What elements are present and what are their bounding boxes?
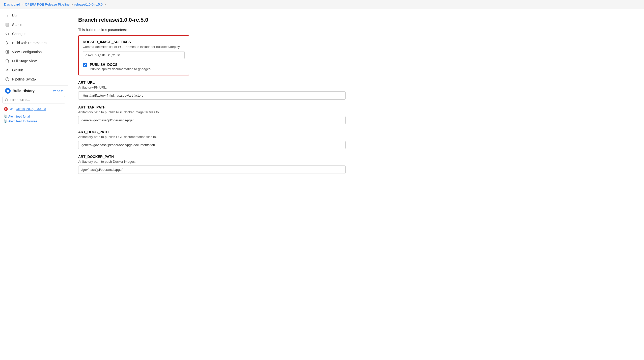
svg-rect-0 — [6, 23, 9, 26]
sidebar-item-changes[interactable]: Changes — [0, 29, 68, 38]
up-icon: ↑ — [5, 13, 10, 18]
art-docs-path-section: ART_DOCS_PATH Artifactory path to publis… — [78, 130, 634, 149]
build-status-error-icon — [4, 107, 8, 111]
checkbox-check-icon: ✓ — [84, 63, 86, 67]
trend-label: trend — [53, 89, 60, 93]
art-tar-path-desc: Artifactory path to publish PGE docker i… — [78, 110, 634, 114]
breadcrumb-sep-1: > — [22, 3, 23, 6]
breadcrumb-sep-3: > — [104, 3, 106, 6]
svg-point-5 — [6, 60, 9, 62]
publish-docs-desc: Publish sphinx documentation to ghpages — [90, 67, 151, 71]
sidebar: ↑ Up Status Changes Build with Parameter… — [0, 9, 68, 359]
sidebar-label-pipeline-syntax: Pipeline Syntax — [12, 77, 37, 81]
build-history-header: Build History trend — [0, 85, 68, 95]
sidebar-item-up[interactable]: ↑ Up — [0, 11, 68, 20]
art-url-name: ART_URL — [78, 80, 634, 85]
github-icon — [5, 68, 10, 72]
sidebar-item-build-with-params[interactable]: Build with Parameters — [0, 38, 68, 47]
sidebar-label-build-with-params: Build with Parameters — [12, 41, 46, 45]
sidebar-label-full-stage-view: Full Stage View — [12, 59, 37, 63]
sidebar-item-github[interactable]: GitHub — [0, 66, 68, 75]
breadcrumb-branch[interactable]: release/1.0.0-rc.5.0 — [74, 3, 103, 6]
docker-param-input[interactable] — [83, 51, 185, 59]
breadcrumb: Dashboard > OPERA PGE Release Pipeline >… — [0, 0, 644, 9]
config-icon — [5, 50, 10, 54]
art-url-desc: Artifactory-FN URL. — [78, 86, 634, 89]
docker-param-desc: Comma-delimited list of PGE names to inc… — [83, 45, 185, 49]
art-tar-path-input[interactable] — [78, 116, 346, 124]
art-url-section: ART_URL Artifactory-FN URL. — [78, 80, 634, 100]
build-date-link[interactable]: Oct 18, 2022, 9:30 PM — [16, 107, 46, 111]
art-docker-path-name: ART_DOCKER_PATH — [78, 155, 634, 159]
art-docker-path-desc: Artifactory path to push Docker images. — [78, 160, 634, 163]
art-docker-path-input[interactable] — [78, 165, 346, 174]
build-history-icon — [5, 88, 11, 94]
svg-marker-3 — [6, 41, 8, 44]
atom-feeds-section: 📡 Atom feed for all 📡 Atom feed for fail… — [0, 113, 68, 125]
svg-point-4 — [7, 51, 8, 52]
atom-feed-failures-link[interactable]: 📡 Atom feed for failures — [4, 119, 37, 123]
art-tar-path-name: ART_TAR_PATH — [78, 105, 634, 109]
sidebar-item-pipeline-syntax[interactable]: Pipeline Syntax — [0, 75, 68, 84]
build-requires-text: This build requires parameters: — [78, 28, 634, 32]
art-docker-path-section: ART_DOCKER_PATH Artifactory path to push… — [78, 155, 634, 174]
pipeline-syntax-icon — [5, 77, 10, 81]
full-stage-icon — [5, 59, 10, 63]
art-docs-path-desc: Artifactory path to publish PGE document… — [78, 135, 634, 139]
sidebar-label-github: GitHub — [12, 68, 23, 72]
svg-line-6 — [8, 62, 9, 63]
highlighted-params-box: DOCKER_IMAGE_SUFFIXES Comma-delimited li… — [78, 35, 189, 75]
breadcrumb-dashboard[interactable]: Dashboard — [4, 3, 20, 6]
art-docs-path-name: ART_DOCS_PATH — [78, 130, 634, 134]
build-item: #1 Oct 18, 2022, 9:30 PM — [0, 105, 68, 113]
trend-button[interactable]: trend — [53, 89, 63, 93]
publish-docs-param: ✓ PUBLISH_DOCS Publish sphinx documentat… — [83, 63, 185, 71]
sidebar-item-status[interactable]: Status — [0, 20, 68, 29]
sidebar-item-view-configuration[interactable]: View Configuration — [0, 47, 68, 57]
atom-all-icon: 📡 — [4, 115, 8, 118]
sidebar-label-changes: Changes — [12, 32, 26, 36]
atom-feed-all-label: Atom feed for all — [8, 115, 30, 118]
main-content: Branch release/1.0.0-rc.5.0 This build r… — [68, 9, 644, 359]
filter-builds-input[interactable] — [3, 96, 65, 103]
docker-image-suffixes-param: DOCKER_IMAGE_SUFFIXES Comma-delimited li… — [83, 40, 185, 59]
sidebar-label-view-configuration: View Configuration — [12, 50, 42, 54]
art-tar-path-section: ART_TAR_PATH Artifactory path to publish… — [78, 105, 634, 124]
sidebar-label-status: Status — [12, 23, 22, 27]
status-icon — [5, 22, 10, 27]
breadcrumb-sep-2: > — [71, 3, 73, 6]
build-number-link[interactable]: #1 — [10, 107, 14, 111]
atom-feed-failures-label: Atom feed for failures — [8, 120, 37, 123]
sidebar-label-up: Up — [12, 14, 17, 18]
breadcrumb-pipeline[interactable]: OPERA PGE Release Pipeline — [25, 3, 70, 6]
build-history-title: Build History — [13, 89, 51, 93]
art-docs-path-input[interactable] — [78, 141, 346, 149]
page-title: Branch release/1.0.0-rc.5.0 — [78, 17, 634, 23]
changes-icon — [5, 32, 10, 36]
trend-chevron-icon — [61, 89, 63, 93]
svg-point-7 — [7, 69, 8, 71]
publish-docs-name: PUBLISH_DOCS — [90, 63, 151, 67]
atom-failures-icon: 📡 — [4, 119, 8, 123]
docker-param-name: DOCKER_IMAGE_SUFFIXES — [83, 40, 185, 44]
sidebar-item-full-stage-view[interactable]: Full Stage View — [0, 57, 68, 66]
art-url-input[interactable] — [78, 91, 346, 100]
atom-feed-all-link[interactable]: 📡 Atom feed for all — [4, 115, 30, 118]
publish-docs-checkbox[interactable]: ✓ — [83, 63, 87, 67]
build-icon — [5, 41, 10, 45]
